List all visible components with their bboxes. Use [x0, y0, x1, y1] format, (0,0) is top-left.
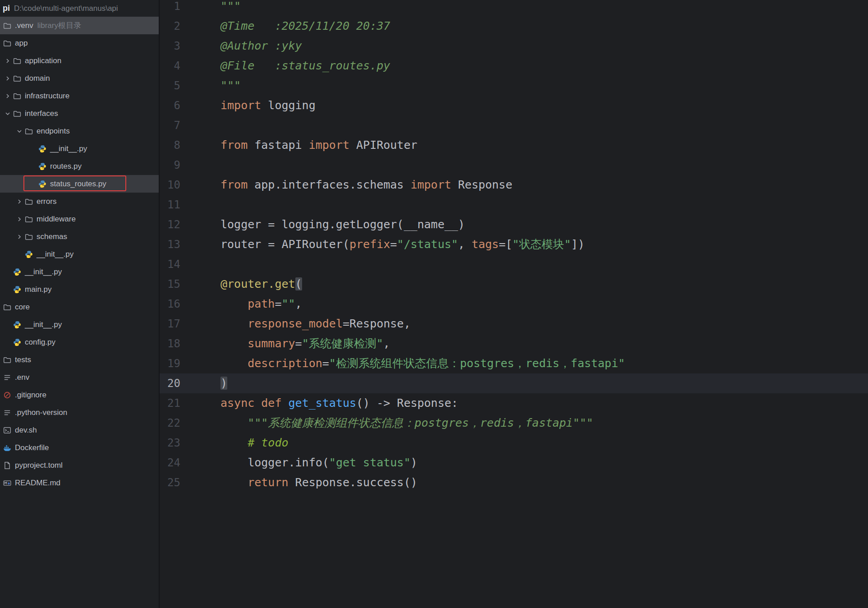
- tree-item-errors[interactable]: errors: [0, 193, 159, 210]
- tree-item-label: pyproject.toml: [15, 461, 63, 470]
- tree-item-schemas[interactable]: schemas: [0, 228, 159, 245]
- code-line-2[interactable]: 2@Time :2025/11/20 20:37: [160, 16, 868, 36]
- python-icon: [38, 162, 47, 170]
- tree-item-.gitignore[interactable]: .gitignore: [0, 386, 159, 404]
- line-number[interactable]: 20: [160, 373, 180, 393]
- tree-item-routes.py[interactable]: routes.py: [0, 157, 159, 175]
- tree-item-label: .venv: [15, 21, 33, 30]
- code-line-5[interactable]: 5""": [160, 76, 868, 96]
- code-line-6[interactable]: 6import logging: [160, 96, 868, 115]
- code-line-1[interactable]: 1""": [160, 0, 868, 16]
- chevron-down-icon[interactable]: [3, 110, 13, 117]
- code-line-24[interactable]: 24 logger.info("get status"): [160, 453, 868, 473]
- tree-item-main.py[interactable]: main.py: [0, 281, 159, 298]
- tree-item-label: core: [15, 303, 30, 312]
- code-line-16[interactable]: 16 path="",: [160, 294, 868, 314]
- tree-item-application[interactable]: application: [0, 52, 159, 69]
- line-number[interactable]: 7: [160, 115, 180, 135]
- code-line-22[interactable]: 22 """系统健康检测组件状态信息：postgres，redis，fastap…: [160, 413, 868, 433]
- tree-item-__init__.py[interactable]: __init__.py: [0, 263, 159, 281]
- code-line-21[interactable]: 21async def get_status() -> Response:: [160, 393, 868, 413]
- tree-item-README.md[interactable]: README.md: [0, 474, 159, 492]
- line-number[interactable]: 19: [160, 354, 180, 373]
- token-def: app.interfaces.schemas: [248, 178, 410, 191]
- code-text: from fastapi import APIRouter: [180, 135, 418, 155]
- line-number[interactable]: 22: [160, 413, 180, 433]
- tree-item-middleware[interactable]: middleware: [0, 210, 159, 228]
- token-doc: """: [220, 79, 241, 92]
- line-number[interactable]: 10: [160, 175, 180, 195]
- tree-item-pyproject.toml[interactable]: pyproject.toml: [0, 456, 159, 474]
- code-line-7[interactable]: 7: [160, 115, 868, 135]
- token-def: ,: [295, 297, 302, 310]
- chevron-right-icon[interactable]: [3, 92, 13, 100]
- line-number[interactable]: 13: [160, 235, 180, 254]
- code-line-11[interactable]: 11: [160, 195, 868, 215]
- token-def: APIRouter: [349, 138, 418, 152]
- tree-item-.python-version[interactable]: .python-version: [0, 404, 159, 421]
- token-def: [220, 297, 248, 310]
- line-number[interactable]: 5: [160, 76, 180, 96]
- tree-item-.env[interactable]: .env: [0, 368, 159, 386]
- tree-item-__init__.py[interactable]: __init__.py: [0, 316, 159, 333]
- tree-item-endpoints[interactable]: endpoints: [0, 122, 159, 140]
- line-number[interactable]: 15: [160, 274, 180, 294]
- token-arg: tags: [472, 238, 499, 251]
- tree-item-status_routes.py[interactable]: status_routes.py: [0, 175, 159, 193]
- tree-item-interfaces[interactable]: interfaces: [0, 105, 159, 122]
- tree-item-__init__.py[interactable]: __init__.py: [0, 140, 159, 157]
- code-line-15[interactable]: 15@router.get(: [160, 274, 868, 294]
- line-number[interactable]: 4: [160, 56, 180, 76]
- line-number[interactable]: 21: [160, 393, 180, 413]
- chevron-right-icon[interactable]: [14, 198, 24, 205]
- chevron-right-icon[interactable]: [3, 75, 13, 82]
- code-line-20[interactable]: 20): [160, 373, 868, 393]
- line-number[interactable]: 9: [160, 155, 180, 175]
- line-number[interactable]: 23: [160, 433, 180, 453]
- line-number[interactable]: 2: [160, 16, 180, 36]
- line-number[interactable]: 25: [160, 473, 180, 493]
- tree-item-config.py[interactable]: config.py: [0, 333, 159, 351]
- code-line-18[interactable]: 18 summary="系统健康检测",: [160, 334, 868, 354]
- python-icon: [13, 286, 22, 294]
- tree-item-infrastructure[interactable]: infrastructure: [0, 87, 159, 105]
- code-line-23[interactable]: 23 # todo: [160, 433, 868, 453]
- code-line-8[interactable]: 8from fastapi import APIRouter: [160, 135, 868, 155]
- tree-item-domain[interactable]: domain: [0, 69, 159, 87]
- tree-item-.venv[interactable]: .venvlibrary根目录: [0, 17, 159, 34]
- code-line-3[interactable]: 3@Author :yky: [160, 36, 868, 56]
- code-line-4[interactable]: 4@File :status_routes.py: [160, 56, 868, 76]
- chevron-right-icon[interactable]: [14, 233, 24, 240]
- tree-item-dev.sh[interactable]: dev.sh: [0, 421, 159, 439]
- chevron-right-icon[interactable]: [3, 57, 13, 64]
- tree-item-tests[interactable]: tests: [0, 351, 159, 368]
- tree-item-app[interactable]: app: [0, 34, 159, 52]
- chevron-down-icon[interactable]: [14, 128, 24, 135]
- code-line-13[interactable]: 13router = APIRouter(prefix="/status", t…: [160, 235, 868, 254]
- token-def: ,: [458, 238, 472, 251]
- line-number[interactable]: 11: [160, 195, 180, 215]
- line-number[interactable]: 24: [160, 453, 180, 473]
- code-line-10[interactable]: 10from app.interfaces.schemas import Res…: [160, 175, 868, 195]
- line-number[interactable]: 18: [160, 334, 180, 354]
- line-number[interactable]: 12: [160, 215, 180, 235]
- code-line-17[interactable]: 17 response_model=Response,: [160, 314, 868, 334]
- line-number[interactable]: 3: [160, 36, 180, 56]
- code-line-25[interactable]: 25 return Response.success(): [160, 473, 868, 493]
- code-line-19[interactable]: 19 description="检测系统组件状态信息：postgres，redi…: [160, 354, 868, 373]
- tree-item-core[interactable]: core: [0, 298, 159, 316]
- line-number[interactable]: 6: [160, 96, 180, 115]
- tree-item-__init__.py[interactable]: __init__.py: [0, 245, 159, 263]
- line-number[interactable]: 8: [160, 135, 180, 155]
- code-line-14[interactable]: 14: [160, 254, 868, 274]
- line-number[interactable]: 14: [160, 254, 180, 274]
- line-number[interactable]: 1: [160, 0, 180, 16]
- chevron-right-icon[interactable]: [14, 216, 24, 223]
- code-line-9[interactable]: 9: [160, 155, 868, 175]
- token-def: =: [295, 337, 302, 350]
- tree-item-pi[interactable]: piD:\code\multi-agent\manus\api: [0, 0, 159, 17]
- line-number[interactable]: 16: [160, 294, 180, 314]
- tree-item-Dockerfile[interactable]: Dockerfile: [0, 439, 159, 456]
- line-number[interactable]: 17: [160, 314, 180, 334]
- code-line-12[interactable]: 12logger = logging.getLogger(__name__): [160, 215, 868, 235]
